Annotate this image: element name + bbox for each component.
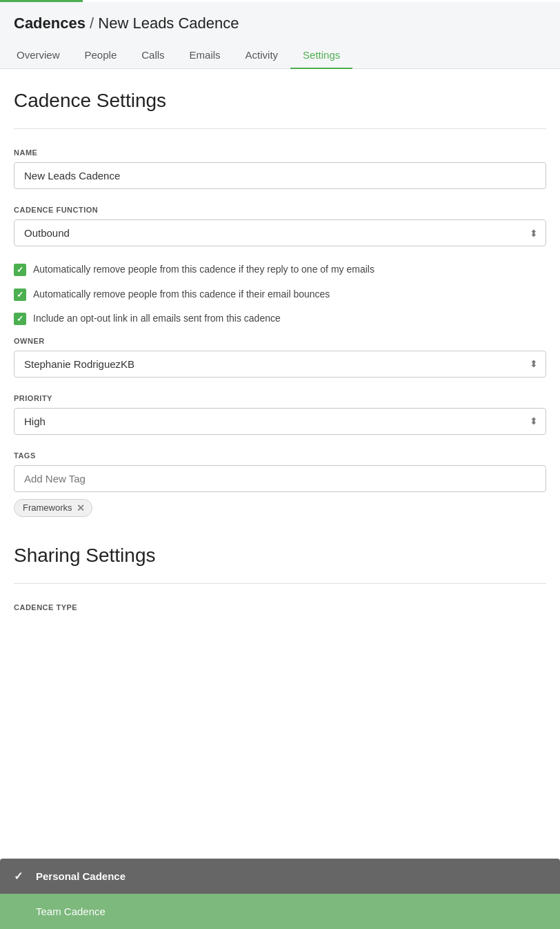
tags-field-group: TAGS Frameworks ✕ bbox=[14, 451, 546, 517]
tags-label: TAGS bbox=[14, 451, 546, 460]
breadcrumb-separator: / bbox=[86, 14, 98, 32]
dropdown-label-team: Team Cadence bbox=[36, 906, 106, 917]
owner-select-wrapper: Stephanie RodriguezKB bbox=[14, 351, 546, 378]
breadcrumb-area: Cadences / New Leads Cadence Overview Pe… bbox=[0, 2, 560, 69]
cadence-function-field-group: CADENCE FUNCTION Outbound Inbound bbox=[14, 206, 546, 246]
checkbox-2-label: Automatically remove people from this ca… bbox=[33, 288, 330, 302]
main-content: Cadence Settings NAME CADENCE FUNCTION O… bbox=[0, 69, 560, 645]
tab-calls[interactable]: Calls bbox=[129, 42, 177, 69]
breadcrumb-current: New Leads Cadence bbox=[98, 14, 239, 32]
dropdown-label-personal: Personal Cadence bbox=[36, 870, 126, 882]
sharing-settings-title: Sharing Settings bbox=[14, 545, 546, 567]
checkbox-group-3: Include an opt-out link in all emails se… bbox=[14, 312, 546, 326]
tag-remove-icon[interactable]: ✕ bbox=[77, 502, 85, 514]
cadence-function-label: CADENCE FUNCTION bbox=[14, 206, 546, 214]
checkbox-1-label: Automatically remove people from this ca… bbox=[33, 263, 374, 277]
checkbox-3-label: Include an opt-out link in all emails se… bbox=[33, 312, 281, 326]
tags-container: Frameworks ✕ bbox=[14, 499, 546, 517]
checkbox-group-2: Automatically remove people from this ca… bbox=[14, 288, 546, 302]
nav-tabs: Overview People Calls Emails Activity Se… bbox=[14, 42, 546, 68]
priority-select-wrapper: High Medium Low bbox=[14, 408, 546, 435]
cadence-function-select-wrapper: Outbound Inbound bbox=[14, 219, 546, 246]
tab-overview[interactable]: Overview bbox=[14, 42, 72, 69]
divider bbox=[14, 128, 546, 129]
cadence-function-select[interactable]: Outbound Inbound bbox=[14, 219, 546, 246]
cadence-type-dropdown: ✓ Personal Cadence ✓ Team Cadence bbox=[0, 859, 560, 929]
tab-people[interactable]: People bbox=[72, 42, 130, 69]
priority-label: PRIORITY bbox=[14, 394, 546, 402]
tag-chip-label: Frameworks bbox=[23, 502, 72, 513]
tab-emails[interactable]: Emails bbox=[177, 42, 233, 69]
tab-settings[interactable]: Settings bbox=[290, 42, 352, 69]
owner-select[interactable]: Stephanie RodriguezKB bbox=[14, 351, 546, 378]
checkbox-group-1: Automatically remove people from this ca… bbox=[14, 263, 546, 277]
checkbox-2[interactable] bbox=[14, 289, 26, 301]
breadcrumb-parent[interactable]: Cadences bbox=[14, 14, 86, 32]
tag-chip-frameworks: Frameworks ✕ bbox=[14, 499, 92, 517]
owner-field-group: OWNER Stephanie RodriguezKB bbox=[14, 337, 546, 378]
dropdown-item-personal[interactable]: ✓ Personal Cadence bbox=[0, 859, 560, 894]
priority-select[interactable]: High Medium Low bbox=[14, 408, 546, 435]
dropdown-checkmark-personal: ✓ bbox=[14, 870, 28, 883]
name-label: NAME bbox=[14, 148, 546, 157]
dropdown-item-team[interactable]: ✓ Team Cadence bbox=[0, 894, 560, 929]
name-input[interactable] bbox=[14, 162, 546, 189]
name-field-group: NAME bbox=[14, 148, 546, 189]
breadcrumb: Cadences / New Leads Cadence bbox=[14, 14, 546, 32]
priority-field-group: PRIORITY High Medium Low bbox=[14, 394, 546, 435]
cadence-type-label: CADENCE TYPE bbox=[14, 603, 546, 612]
tab-activity[interactable]: Activity bbox=[233, 42, 291, 69]
sharing-divider bbox=[14, 583, 546, 584]
page-title: Cadence Settings bbox=[14, 90, 546, 112]
owner-label: OWNER bbox=[14, 337, 546, 345]
checkbox-3[interactable] bbox=[14, 313, 26, 325]
tags-input[interactable] bbox=[14, 465, 546, 492]
sharing-settings-section: Sharing Settings CADENCE TYPE bbox=[14, 545, 546, 612]
checkbox-1[interactable] bbox=[14, 264, 26, 276]
